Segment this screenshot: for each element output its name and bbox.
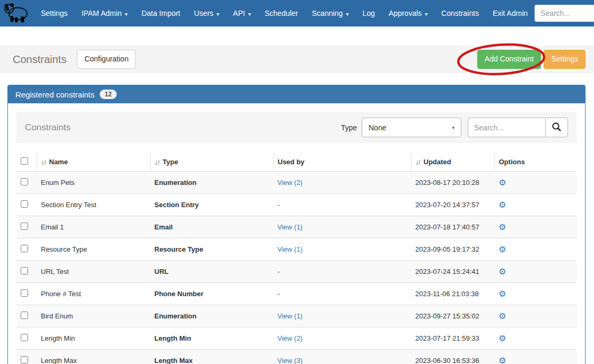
- row-checkbox[interactable]: [21, 267, 28, 274]
- filter-bar: Constraints Type None ▾: [16, 112, 576, 143]
- gear-icon[interactable]: ⚙: [499, 312, 506, 321]
- configuration-button[interactable]: Configuration: [77, 50, 136, 69]
- column-header-options: Options: [494, 153, 576, 172]
- type-filter-value: None: [369, 123, 386, 132]
- gear-icon[interactable]: ⚙: [499, 179, 506, 187]
- column-header-name[interactable]: ↓↑Name: [37, 153, 150, 172]
- options-cell: ⚙: [494, 194, 576, 216]
- nav-item-label: Approvals: [389, 9, 422, 17]
- sort-icon: ↓↑: [41, 158, 46, 166]
- nav-item-label: Log: [362, 9, 374, 17]
- add-constraint-button[interactable]: Add Constraint: [477, 50, 541, 69]
- row-checkbox[interactable]: [21, 178, 28, 185]
- panel-heading: Registered constraints 12: [8, 85, 585, 103]
- row-checkbox[interactable]: [21, 289, 28, 297]
- page-title: Constraints: [13, 54, 66, 66]
- row-checkbox[interactable]: [21, 312, 28, 319]
- navbar-search-input[interactable]: [535, 5, 594, 22]
- type-filter-select[interactable]: None ▾: [362, 118, 461, 137]
- nav-item-approvals[interactable]: Approvals▾: [382, 0, 434, 26]
- nav-item-scanning[interactable]: Scanning▾: [305, 0, 355, 26]
- updated-timestamp: 2023-06-30 16:53:36: [411, 350, 494, 364]
- select-all-checkbox[interactable]: [21, 157, 28, 165]
- constraint-type: Enumeration: [150, 305, 273, 327]
- used-by-view-link[interactable]: View (3): [277, 357, 302, 364]
- row-select-cell: [16, 305, 37, 327]
- used-by-view-link[interactable]: View (2): [277, 334, 302, 342]
- table-row: Resource TypeResource TypeView (1)2023-0…: [16, 238, 576, 261]
- nav-item-label: IPAM Admin: [82, 9, 122, 17]
- gear-icon[interactable]: ⚙: [499, 357, 506, 364]
- table-row: URL TestURL-2023-07-24 15:24:41⚙: [16, 261, 576, 283]
- options-cell: ⚙: [494, 261, 576, 283]
- table-header-row: ↓↑Name↓↑TypeUsed by↓↑UpdatedOptions: [16, 153, 576, 172]
- nav-item-users[interactable]: Users▾: [187, 0, 226, 26]
- type-filter-label: Type: [341, 123, 357, 132]
- search-icon: [552, 122, 562, 134]
- constraint-name: Phone # Test: [37, 283, 150, 305]
- used-by-cell: View (1): [273, 216, 411, 238]
- nav-item-api[interactable]: API▾: [226, 0, 258, 26]
- gear-icon[interactable]: ⚙: [499, 268, 506, 276]
- gear-icon[interactable]: ⚙: [499, 201, 506, 209]
- used-by-cell: -: [273, 261, 411, 283]
- row-checkbox[interactable]: [21, 223, 28, 230]
- updated-timestamp: 2023-07-17 21:59:33: [411, 327, 494, 350]
- constraint-name: Email 1: [37, 216, 150, 238]
- column-header-label: Options: [499, 158, 525, 166]
- used-by-view-link[interactable]: View (1): [277, 312, 302, 320]
- nav-item-label: Constraints: [441, 9, 479, 17]
- nav-item-log[interactable]: Log: [355, 0, 381, 26]
- used-by-view-link[interactable]: View (2): [277, 179, 302, 187]
- nav-item-label: Exit Admin: [493, 9, 528, 17]
- nav-item-label: Users: [194, 9, 214, 17]
- gear-icon[interactable]: ⚙: [499, 223, 506, 232]
- panda-logo: [3, 3, 29, 24]
- constraint-type: Section Entry: [150, 194, 273, 216]
- updated-timestamp: 2023-11-06 21:03:38: [411, 283, 494, 305]
- row-select-cell: [16, 261, 37, 283]
- options-cell: ⚙: [494, 238, 576, 261]
- nav-item-exit-admin[interactable]: Exit Admin: [486, 0, 535, 26]
- constraint-type: Length Max: [150, 350, 273, 364]
- nav-item-ipam-admin[interactable]: IPAM Admin▾: [75, 0, 135, 26]
- constraint-name: Length Max: [37, 350, 150, 364]
- select-all-cell: [16, 153, 37, 172]
- row-checkbox[interactable]: [21, 356, 28, 363]
- gear-icon[interactable]: ⚙: [499, 290, 506, 298]
- gear-icon[interactable]: ⚙: [499, 245, 506, 254]
- constraint-name: Enum Pets: [37, 172, 150, 194]
- caret-down-icon: ▾: [425, 11, 427, 17]
- caret-down-icon: ▾: [216, 11, 219, 17]
- constraint-type: Phone Number: [150, 283, 273, 305]
- table-search-group: [468, 118, 568, 137]
- nav-item-label: Scheduler: [265, 9, 298, 17]
- gear-icon[interactable]: ⚙: [499, 334, 506, 343]
- page-header: Constraints Configuration Add Constraint…: [0, 46, 594, 73]
- nav-item-constraints[interactable]: Constraints: [434, 0, 486, 26]
- constraint-name: Bird Enum: [37, 305, 150, 327]
- constraints-table: ↓↑Name↓↑TypeUsed by↓↑UpdatedOptions Enum…: [16, 153, 576, 364]
- nav-item-label: Settings: [41, 9, 68, 17]
- nav-item-scheduler[interactable]: Scheduler: [258, 0, 305, 26]
- nav-item-settings[interactable]: Settings: [34, 0, 75, 26]
- used-by-view-link[interactable]: View (1): [277, 245, 302, 253]
- column-header-type[interactable]: ↓↑Type: [150, 153, 273, 172]
- row-select-cell: [16, 327, 37, 350]
- column-header-updated[interactable]: ↓↑Updated: [411, 153, 494, 172]
- row-checkbox[interactable]: [21, 200, 28, 208]
- table-search-button[interactable]: [545, 118, 568, 137]
- settings-button[interactable]: Settings: [544, 50, 586, 69]
- row-checkbox[interactable]: [21, 334, 28, 341]
- registered-constraints-panel: Registered constraints 12 Constraints Ty…: [7, 85, 586, 364]
- table-search-input[interactable]: [468, 118, 545, 137]
- nav-item-data-import[interactable]: Data Import: [135, 0, 187, 26]
- used-by-view-link[interactable]: View (1): [277, 223, 302, 231]
- top-navbar: SettingsIPAM Admin▾Data ImportUsers▾API▾…: [0, 0, 594, 26]
- row-checkbox[interactable]: [21, 245, 28, 252]
- updated-timestamp: 2023-07-18 17:40:57: [411, 216, 494, 238]
- options-cell: ⚙: [494, 327, 576, 350]
- navbar-search-group: [535, 5, 594, 22]
- row-select-cell: [16, 350, 37, 364]
- row-select-cell: [16, 238, 37, 261]
